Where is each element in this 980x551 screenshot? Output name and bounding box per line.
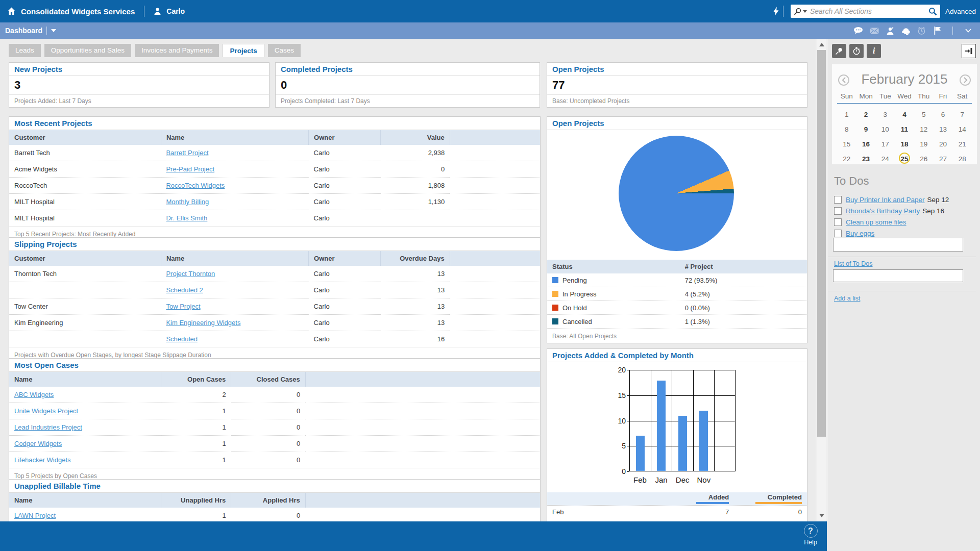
calendar-day[interactable]: 20 — [934, 137, 953, 152]
record-link[interactable]: Tow Project — [166, 303, 200, 310]
calendar-day[interactable]: 12 — [914, 122, 934, 137]
advanced-search-link[interactable]: Advanced — [945, 8, 976, 15]
record-link[interactable]: Project Thornton — [166, 270, 215, 278]
calendar-day[interactable]: 6 — [934, 107, 953, 122]
scroll-up-icon[interactable] — [819, 43, 824, 46]
quick-action-bolt-icon[interactable] — [773, 7, 779, 16]
tab-invoices-and-payments[interactable]: Invoices and Payments — [135, 44, 219, 57]
tab-projects[interactable]: Projects — [223, 44, 264, 57]
stat-value: 3 — [9, 76, 269, 94]
calendar-day[interactable]: 25 — [895, 152, 914, 166]
column-header: Overdue Days — [381, 251, 450, 266]
tab-opportunities-and-sales[interactable]: Opportunities and Sales — [44, 44, 131, 57]
calendar-day[interactable]: 11 — [895, 122, 914, 137]
home-icon[interactable] — [7, 7, 16, 15]
calendar-day[interactable]: 24 — [875, 152, 895, 166]
calendar-day[interactable]: 2 — [856, 107, 876, 122]
calendar-day[interactable]: 8 — [837, 122, 856, 137]
scrollbar-thumb[interactable] — [817, 50, 826, 437]
calendar-day[interactable]: 4 — [895, 107, 914, 122]
headset-icon[interactable] — [901, 27, 911, 35]
calendar-day[interactable]: 5 — [914, 107, 934, 122]
calendar-day[interactable]: 13 — [934, 122, 953, 137]
calendar-day[interactable]: 27 — [934, 152, 953, 166]
record-link[interactable]: Pre-Paid Project — [166, 165, 214, 173]
search-icon[interactable] — [928, 7, 937, 16]
chat-icon[interactable] — [853, 27, 863, 35]
status-count: 72 (93.5%) — [685, 273, 807, 287]
stopwatch-icon[interactable] — [849, 44, 864, 58]
todo-link[interactable]: Buy eggs — [846, 230, 874, 237]
record-link[interactable]: ABC Widgets — [14, 391, 54, 398]
todo-link[interactable]: Buy Printer Ink and Paper — [846, 196, 925, 204]
current-section-label[interactable]: Dashboard — [5, 27, 42, 35]
tab-leads[interactable]: Leads — [9, 44, 41, 57]
table-cell: Lifehacker Widgets — [9, 452, 161, 468]
new-list-input[interactable] — [833, 269, 963, 282]
todo-checkbox[interactable] — [834, 207, 842, 215]
chevron-down-icon[interactable] — [963, 27, 973, 35]
todo-link[interactable]: Rhonda's Birthday Party — [846, 207, 920, 215]
record-link[interactable]: Lead Industries Project — [14, 423, 82, 431]
calendar-day[interactable]: 21 — [952, 137, 972, 152]
search-scope-icon[interactable] — [794, 8, 801, 15]
calendar-day-selected[interactable]: 25 — [899, 153, 910, 164]
search-scope-caret-icon[interactable] — [803, 10, 807, 13]
help-button[interactable]: ? Help — [799, 524, 822, 546]
record-link[interactable]: Scheduled — [166, 335, 197, 343]
record-link[interactable]: Dr. Ellis Smith — [166, 214, 207, 222]
search-input[interactable] — [807, 7, 928, 15]
flag-icon[interactable] — [933, 27, 942, 35]
todo-checkbox[interactable] — [834, 196, 842, 204]
calendar-day[interactable]: 7 — [952, 107, 972, 122]
table-cell: Carlo — [309, 194, 381, 210]
calendar-day[interactable]: 10 — [875, 122, 895, 137]
bar-feb — [636, 436, 645, 471]
record-link[interactable]: Monthly Billing — [166, 198, 209, 206]
collapse-panel-icon[interactable] — [962, 44, 976, 58]
record-link[interactable]: Codger Widgets — [14, 440, 62, 447]
calendar-day[interactable]: 14 — [952, 122, 972, 137]
calendar-day[interactable]: 9 — [856, 122, 876, 137]
todo-checkbox[interactable] — [834, 230, 842, 237]
calendar-day[interactable]: 22 — [837, 152, 856, 166]
record-link[interactable]: Barrett Project — [166, 149, 208, 157]
calendar-next-icon[interactable] — [960, 74, 971, 86]
add-a-list-link[interactable]: Add a list — [834, 295, 860, 302]
user-name[interactable]: Carlo — [166, 7, 185, 15]
todo-link[interactable]: Clean up some files — [846, 218, 906, 226]
alarm-icon[interactable] — [917, 27, 926, 35]
calendar-day[interactable]: 28 — [952, 152, 972, 166]
calendar-day[interactable]: 26 — [914, 152, 934, 166]
record-link[interactable]: Kim Engineering Widgets — [166, 319, 240, 327]
info-icon[interactable]: i — [867, 44, 881, 58]
scroll-down-icon[interactable] — [819, 514, 824, 517]
table-cell: Carlo — [309, 331, 381, 347]
pin-icon[interactable] — [832, 44, 846, 58]
record-link[interactable]: Scheduled 2 — [166, 286, 203, 294]
profile-question-icon[interactable]: ? — [885, 27, 895, 35]
scrollbar[interactable] — [816, 39, 828, 521]
calendar-day[interactable]: 16 — [856, 137, 876, 152]
calendar-day[interactable]: 15 — [837, 137, 856, 152]
mail-icon[interactable] — [869, 27, 879, 35]
calendar-day[interactable]: 17 — [875, 137, 895, 152]
table-row: MILT HospitalMonthly BillingCarlo1,130 — [9, 194, 540, 210]
data-table: NameOpen CasesClosed CasesABC Widgets20U… — [9, 372, 540, 468]
record-link[interactable]: LAWN Project — [14, 512, 56, 519]
legend-completed: Completed — [755, 493, 802, 504]
bar-chart — [629, 370, 736, 471]
tab-cases[interactable]: Cases — [268, 44, 301, 57]
record-link[interactable]: RoccoTech Widgets — [166, 182, 225, 189]
record-link[interactable]: Lifehacker Widgets — [14, 456, 71, 464]
todo-checkbox[interactable] — [834, 218, 842, 226]
calendar-day[interactable]: 23 — [856, 152, 876, 166]
record-link[interactable]: Unite Widgets Project — [14, 407, 78, 415]
list-of-todos-link[interactable]: List of To Dos — [834, 260, 873, 267]
section-menu-caret-icon[interactable] — [51, 29, 56, 32]
calendar-day[interactable]: 19 — [914, 137, 934, 152]
calendar-day[interactable]: 1 — [837, 107, 856, 122]
calendar-day[interactable]: 18 — [895, 137, 914, 152]
calendar-day[interactable]: 3 — [875, 107, 895, 122]
new-todo-input[interactable] — [833, 238, 963, 252]
